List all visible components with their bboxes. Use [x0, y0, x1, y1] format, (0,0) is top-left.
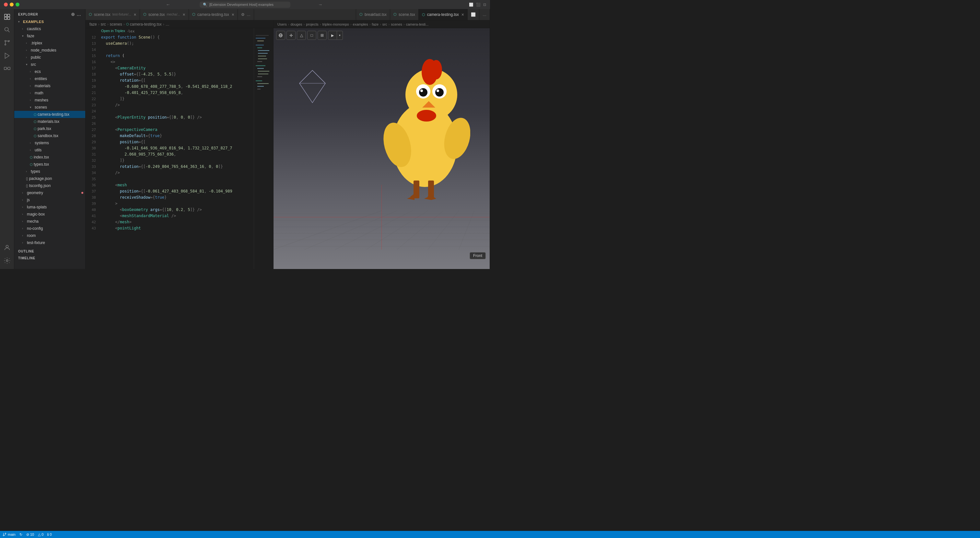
- breadcrumb-src[interactable]: src: [382, 22, 387, 26]
- svg-line-63: [274, 211, 382, 250]
- sidebar-item-index-tsx[interactable]: ⬡ index.tsx: [14, 154, 85, 161]
- grid-tool-button[interactable]: ⊞: [318, 31, 327, 40]
- breadcrumb-scenes[interactable]: scenes: [391, 22, 402, 26]
- front-label: Front: [469, 252, 486, 259]
- sidebar-item-types-folder[interactable]: › types: [14, 168, 85, 175]
- minimize-button[interactable]: [10, 3, 14, 6]
- sidebar-item-entities[interactable]: › entities: [14, 75, 85, 82]
- globe-tool-button[interactable]: [276, 31, 285, 40]
- minimap[interactable]: [254, 28, 273, 269]
- code-content[interactable]: Open in Triplex export function Scene() …: [99, 28, 254, 269]
- tab-scene-mecha[interactable]: ⬡ scene.tsx mecha/... ×: [140, 9, 189, 20]
- sidebar-item-park-tsx[interactable]: ⬡ park.tsx: [14, 125, 85, 132]
- code-line-20: -0.680_678_408_277_788_5, -0.541_052_068…: [101, 84, 254, 90]
- breadcrumb-faze[interactable]: faze: [89, 22, 97, 27]
- breadcrumb-src[interactable]: src: [101, 22, 106, 27]
- sidebar-item-scenes[interactable]: ▾ scenes: [14, 104, 85, 111]
- sidebar-item-materials[interactable]: › materials: [14, 82, 85, 89]
- sidebar-item-geometry[interactable]: › geometry: [14, 189, 85, 196]
- activity-account[interactable]: [1, 242, 13, 253]
- tab-close-button[interactable]: ×: [183, 12, 185, 17]
- sidebar-item-no-config[interactable]: › no-config: [14, 225, 85, 232]
- breadcrumb-faze[interactable]: faze: [372, 22, 379, 26]
- sidebar-item-utils[interactable]: › utils: [14, 146, 85, 154]
- breadcrumb-triplex-monorepo[interactable]: triplex-monorepo: [322, 22, 349, 26]
- more-icon[interactable]: ⊡: [483, 3, 486, 7]
- chevron-right-icon: ›: [22, 220, 26, 223]
- layout-icon[interactable]: ⬜: [469, 3, 474, 7]
- sidebar-item-sandbox-tsx[interactable]: ⬡ sandbox.tsx: [14, 132, 85, 139]
- breadcrumb-camera[interactable]: camera-testi...: [406, 22, 429, 26]
- sidebar-item-test-fixture[interactable]: › test-fixture: [14, 239, 85, 246]
- sidebar-item-meshes[interactable]: › meshes: [14, 97, 85, 104]
- tab-scene-test-fixture[interactable]: ⬡ scene.tsx test-fixture/... ×: [86, 9, 140, 20]
- tab-split-right[interactable]: ⬜: [468, 9, 479, 20]
- new-file-icon[interactable]: ⊕: [71, 12, 75, 17]
- breadcrumb-users[interactable]: Users: [277, 22, 287, 26]
- sidebar-item-src[interactable]: ▾ src: [14, 61, 85, 68]
- breadcrumb-ellipsis[interactable]: …: [165, 22, 170, 27]
- sidebar-item-ecs[interactable]: › ecs: [14, 68, 85, 75]
- activity-source-control[interactable]: [1, 37, 13, 49]
- split-icon[interactable]: ⬛: [476, 3, 480, 7]
- sidebar-item-caustics[interactable]: › caustics: [14, 25, 85, 32]
- sidebar-item-magic-box[interactable]: › magic-box: [14, 211, 85, 218]
- tab-close-button[interactable]: ×: [232, 12, 234, 17]
- tab-settings[interactable]: ⚙ …: [238, 9, 254, 20]
- play-dropdown-button[interactable]: ▾: [337, 31, 343, 40]
- breadcrumb-douges[interactable]: douges: [290, 22, 302, 26]
- luma-splats-label: luma-splats: [27, 205, 47, 209]
- sidebar-item-public[interactable]: › public: [14, 54, 85, 61]
- sidebar-item-js[interactable]: › js: [14, 196, 85, 204]
- scene-toolbar: ✛ △ □ ⊞ ▶ ▾: [276, 31, 343, 40]
- line-num: 19: [86, 78, 96, 84]
- sidebar-item-mecha[interactable]: › mecha: [14, 218, 85, 225]
- index-tsx-label: index.tsx: [34, 155, 49, 159]
- play-button[interactable]: ▶: [328, 31, 337, 40]
- node-modules-label: node_modules: [31, 48, 56, 53]
- tab-close-button[interactable]: ×: [461, 12, 464, 17]
- tab-camera-testing-active[interactable]: ⬡ camera-testing.tsx ×: [419, 9, 468, 20]
- sidebar-item-room[interactable]: › room: [14, 232, 85, 239]
- more-actions-icon[interactable]: …: [76, 12, 81, 17]
- svg-rect-24: [256, 65, 266, 66]
- sidebar-item-types-tsx[interactable]: ⬡ types.tsx: [14, 161, 85, 168]
- tab-breakfast[interactable]: ⬡ breakfast.tsx: [356, 9, 390, 20]
- tab-close-button[interactable]: ×: [134, 12, 137, 17]
- scale-tool-button[interactable]: □: [307, 31, 316, 40]
- breadcrumb-sep: ›: [163, 22, 164, 27]
- tab-camera-testing-left[interactable]: ⬡ camera-testing.tsx ×: [189, 9, 238, 20]
- sidebar-item-triplex[interactable]: › .triplex: [14, 40, 85, 47]
- activity-run[interactable]: [1, 50, 13, 62]
- breadcrumb-examples[interactable]: examples: [353, 22, 368, 26]
- sidebar-header: EXPLORER ⊕ …: [14, 9, 85, 18]
- sidebar-item-systems[interactable]: › systems: [14, 139, 85, 146]
- maximize-button[interactable]: [16, 3, 19, 6]
- sidebar-item-materials-tsx[interactable]: ⬡ materials.tsx: [14, 118, 85, 125]
- nav-forward-button[interactable]: →: [318, 2, 323, 7]
- sidebar-item-node-modules[interactable]: › node_modules: [14, 47, 85, 54]
- open-in-triplex-button[interactable]: Open in Triplex: [86, 28, 128, 33]
- close-button[interactable]: [4, 3, 8, 6]
- sidebar-item-luma-splats[interactable]: › luma-splats: [14, 204, 85, 211]
- sidebar-item-math[interactable]: › math: [14, 89, 85, 97]
- activity-extensions[interactable]: [1, 63, 13, 75]
- breadcrumb-file[interactable]: ⬡ camera-testing.tsx: [126, 22, 162, 27]
- park-tsx-label: park.tsx: [38, 126, 51, 131]
- breadcrumb-projects[interactable]: projects: [306, 22, 318, 26]
- breadcrumb-scenes[interactable]: scenes: [110, 22, 122, 27]
- sidebar-item-faze[interactable]: ▾ faze: [14, 32, 85, 40]
- sidebar-item-examples-section: ▾ EXAMPLES: [14, 18, 85, 25]
- activity-explorer[interactable]: [1, 11, 13, 23]
- activity-search[interactable]: [1, 24, 13, 36]
- tab-scene-right[interactable]: ⬡ scene.tsx: [390, 9, 419, 20]
- activity-settings[interactable]: [1, 255, 13, 266]
- titlebar-search[interactable]: 🔍 [Extension Development Host] examples: [200, 2, 290, 8]
- nav-back-button[interactable]: ←: [166, 2, 170, 7]
- sidebar-item-tsconfig-json[interactable]: {} tsconfig.json: [14, 182, 85, 189]
- rotate-tool-button[interactable]: △: [297, 31, 306, 40]
- sidebar-item-camera-testing[interactable]: ⬡ camera-testing.tsx: [14, 111, 85, 118]
- move-tool-button[interactable]: ✛: [286, 31, 296, 40]
- tab-more-right[interactable]: …: [479, 9, 490, 20]
- sidebar-item-package-json[interactable]: {} package.json: [14, 175, 85, 182]
